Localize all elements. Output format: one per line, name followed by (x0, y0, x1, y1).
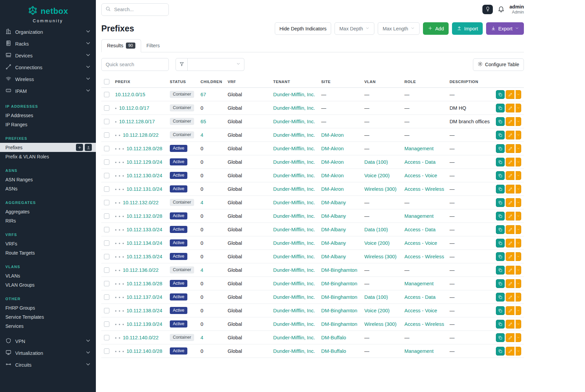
edit-dropdown-caret[interactable] (515, 306, 521, 315)
clone-button[interactable] (496, 333, 505, 342)
sidebar-item-vlan-groups[interactable]: VLAN Groups (0, 280, 96, 289)
tenant-link[interactable]: Dunder-Mifflin, Inc. (273, 254, 315, 259)
tenant-link[interactable]: Dunder-Mifflin, Inc. (273, 159, 315, 165)
sidebar-item-service-templates[interactable]: Service Templates (0, 312, 96, 321)
role-link[interactable]: Access - Data (404, 159, 435, 165)
tenant-link[interactable]: Dunder-Mifflin, Inc. (273, 308, 315, 313)
edit-button[interactable] (506, 131, 514, 139)
edit-button[interactable] (506, 266, 514, 275)
edit-button[interactable] (506, 171, 514, 180)
prefix-link[interactable]: 10.112.132.0/28 (127, 213, 162, 219)
sidebar-item-vrfs[interactable]: VRFs (0, 239, 96, 248)
edit-dropdown-caret[interactable] (515, 279, 521, 288)
row-checkbox[interactable] (104, 200, 109, 205)
tab-results[interactable]: Results90 (101, 39, 141, 52)
clone-button[interactable] (496, 279, 505, 288)
row-checkbox[interactable] (104, 119, 109, 124)
edit-dropdown-caret[interactable] (515, 158, 521, 166)
vlan-link[interactable]: Data (100) (364, 159, 388, 165)
clone-button[interactable] (496, 185, 505, 193)
tenant-link[interactable]: Dunder-Mifflin, Inc. (273, 200, 315, 205)
prefix-link[interactable]: 10.112.138.0/24 (127, 308, 162, 313)
column-header-vlan[interactable]: VLAN (362, 76, 402, 88)
role-link[interactable]: Management (404, 213, 433, 219)
clone-button[interactable] (496, 266, 505, 275)
import-button[interactable]: Import (452, 22, 483, 35)
edit-button[interactable] (506, 104, 514, 112)
edit-button[interactable] (506, 90, 514, 99)
sidebar-item-ip-addresses[interactable]: IP Addresses (0, 111, 96, 120)
edit-dropdown-caret[interactable] (515, 293, 521, 302)
vlan-link[interactable]: Data (100) (364, 227, 388, 232)
role-link[interactable]: Access - Data (404, 227, 435, 232)
site-link[interactable]: DM-Binghamton (321, 308, 357, 313)
edit-dropdown-caret[interactable] (515, 333, 521, 342)
vlan-link[interactable]: Voice (200) (364, 173, 390, 178)
edit-dropdown-caret[interactable] (515, 117, 521, 126)
clone-button[interactable] (496, 144, 505, 153)
sidebar-item-vpn[interactable]: VPN (0, 335, 96, 347)
edit-dropdown-caret[interactable] (515, 185, 521, 193)
max-depth-dropdown[interactable]: Max Depth (335, 22, 374, 35)
vlan-link[interactable]: Wireless (300) (364, 186, 396, 192)
role-link[interactable]: Access - Voice (404, 308, 437, 313)
edit-dropdown-caret[interactable] (515, 171, 521, 180)
row-checkbox[interactable] (104, 240, 109, 246)
tenant-link[interactable]: Dunder-Mifflin, Inc. (273, 146, 315, 151)
prefix-link[interactable]: 10.112.139.0/24 (127, 321, 162, 327)
saved-filter-select[interactable] (188, 58, 244, 71)
role-link[interactable]: Access - Data (404, 294, 435, 300)
edit-dropdown-caret[interactable] (515, 239, 521, 247)
row-checkbox[interactable] (104, 92, 109, 97)
prefix-link[interactable]: 10.112.136.0/28 (127, 281, 162, 286)
clone-button[interactable] (496, 90, 505, 99)
row-checkbox[interactable] (104, 213, 109, 219)
tenant-link[interactable]: Dunder-Mifflin, Inc. (273, 119, 315, 124)
column-header-role[interactable]: ROLE (402, 76, 447, 88)
children-count-link[interactable]: 4 (201, 267, 203, 273)
sidebar-item-services[interactable]: Services (0, 321, 96, 331)
tenant-link[interactable]: Dunder-Mifflin, Inc. (273, 267, 315, 273)
column-header-site[interactable]: SITE (319, 76, 362, 88)
edit-button[interactable] (506, 279, 514, 288)
vlan-link[interactable]: Voice (200) (364, 308, 390, 313)
edit-dropdown-caret[interactable] (515, 144, 521, 153)
prefix-link[interactable]: 10.112.130.0/24 (127, 173, 162, 178)
add-prefix-button[interactable] (76, 144, 83, 151)
edit-button[interactable] (506, 333, 514, 342)
tab-filters[interactable]: Filters (141, 39, 165, 52)
site-link[interactable]: DM-Albany (321, 213, 346, 219)
edit-dropdown-caret[interactable] (515, 320, 521, 329)
vlan-link[interactable]: Data (100) (364, 294, 388, 300)
sidebar-item-prefix-vlan-roles[interactable]: Prefix & VLAN Roles (0, 152, 96, 161)
sidebar-item-circuits[interactable]: Circuits (0, 359, 96, 371)
row-checkbox[interactable] (104, 227, 109, 232)
edit-button[interactable] (506, 252, 514, 261)
role-link[interactable]: Management (404, 146, 433, 151)
clone-button[interactable] (496, 320, 505, 329)
hide-depth-indicators-button[interactable]: Hide Depth Indicators (275, 22, 331, 35)
row-checkbox[interactable] (104, 308, 109, 313)
row-checkbox[interactable] (104, 105, 109, 111)
sidebar-item-organization[interactable]: Organization (0, 26, 96, 38)
tenant-link[interactable]: Dunder-Mifflin, Inc. (273, 92, 315, 97)
site-link[interactable]: DM-Akron (321, 159, 344, 165)
tenant-link[interactable]: Dunder-Mifflin, Inc. (273, 321, 315, 327)
tenant-link[interactable]: Dunder-Mifflin, Inc. (273, 335, 315, 340)
role-link[interactable]: Management (404, 281, 433, 286)
clone-button[interactable] (496, 117, 505, 126)
role-link[interactable]: Access - Wireless (404, 186, 444, 192)
edit-button[interactable] (506, 239, 514, 247)
row-checkbox[interactable] (104, 254, 109, 259)
children-count-link[interactable]: 4 (201, 132, 203, 138)
tenant-link[interactable]: Dunder-Mifflin, Inc. (273, 348, 315, 354)
site-link[interactable]: DM-Albany (321, 200, 346, 205)
sidebar-item-connections[interactable]: Connections (0, 61, 96, 73)
vlan-link[interactable]: Wireless (300) (364, 254, 396, 259)
sidebar-item-prefixes[interactable]: Prefixes (0, 143, 96, 152)
clone-button[interactable] (496, 198, 505, 207)
export-button[interactable]: Export (486, 22, 524, 35)
edit-button[interactable] (506, 158, 514, 166)
clone-button[interactable] (496, 293, 505, 302)
sidebar-item-rirs[interactable]: RIRs (0, 216, 96, 225)
